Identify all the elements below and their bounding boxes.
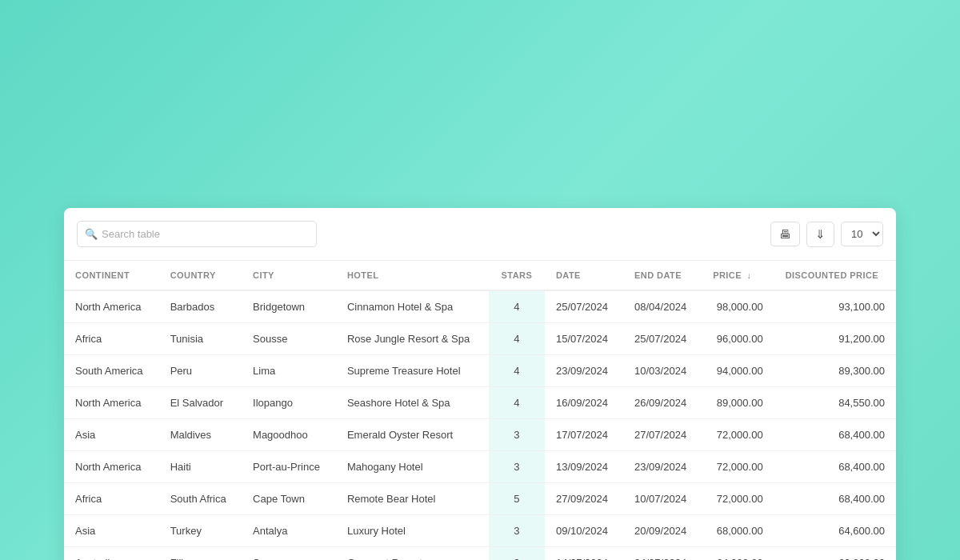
cell-stars: 3 — [489, 547, 545, 561]
cell-end_date: 26/09/2024 — [623, 387, 702, 419]
cell-stars: 4 — [489, 387, 545, 419]
download-button[interactable]: ⇓ — [806, 222, 834, 247]
cell-country: Haiti — [159, 451, 242, 483]
cell-discounted_price: 68,400.00 — [774, 451, 896, 483]
cell-date: 25/07/2024 — [545, 290, 623, 323]
cell-date: 23/09/2024 — [545, 355, 623, 387]
cell-end_date: 10/07/2024 — [623, 483, 702, 515]
cell-stars: 4 — [489, 323, 545, 355]
cell-end_date: 27/07/2024 — [623, 419, 702, 451]
cell-city: Bridgetown — [242, 290, 336, 323]
cell-date: 17/07/2024 — [545, 419, 623, 451]
cell-country: Turkey — [159, 515, 242, 547]
cell-hotel: Seashore Hotel & Spa — [336, 387, 489, 419]
cell-discounted_price: 64,600.00 — [774, 515, 896, 547]
table-row: North AmericaBarbadosBridgetownCinnamon … — [64, 290, 896, 323]
cell-end_date: 23/09/2024 — [623, 451, 702, 483]
cell-country: Peru — [159, 355, 242, 387]
data-table: CONTINENT COUNTRY CITY HOTEL STARS DATE … — [64, 261, 896, 560]
cell-end_date: 20/09/2024 — [623, 515, 702, 547]
cell-hotel: Cinnamon Hotel & Spa — [336, 290, 489, 323]
cell-price: 72,000.00 — [702, 451, 774, 483]
sort-desc-icon: ↓ — [746, 270, 751, 280]
print-icon: 🖶 — [779, 227, 791, 241]
cell-continent: South America — [64, 355, 159, 387]
cell-city: Magoodhoo — [242, 419, 336, 451]
cell-city: Suva — [242, 547, 336, 561]
toolbar-actions: 🖶 ⇓ 10 20 50 — [770, 222, 883, 247]
table-row: AustraliaFijiSuvaCrescent Resort314/07/2… — [64, 547, 896, 561]
cell-country: Fiji — [159, 547, 242, 561]
table-row: AsiaTurkeyAntalyaLuxury Hotel309/10/2024… — [64, 515, 896, 547]
cell-discounted_price: 84,550.00 — [774, 387, 896, 419]
cell-hotel: Mahogany Hotel — [336, 451, 489, 483]
cell-continent: North America — [64, 451, 159, 483]
rows-per-page-select[interactable]: 10 20 50 — [841, 222, 883, 246]
cell-date: 14/07/2024 — [545, 547, 623, 561]
table-row: North AmericaHaitiPort-au-PrinceMahogany… — [64, 451, 896, 483]
col-stars: STARS — [489, 261, 545, 290]
cell-end_date: 08/04/2024 — [623, 290, 702, 323]
cell-price: 72,000.00 — [702, 419, 774, 451]
table-row: North AmericaEl SalvadorIlopangoSeashore… — [64, 387, 896, 419]
cell-hotel: Emerald Oyster Resort — [336, 419, 489, 451]
cell-price: 96,000.00 — [702, 323, 774, 355]
cell-stars: 3 — [489, 419, 545, 451]
col-country: COUNTRY — [159, 261, 242, 290]
cell-stars: 4 — [489, 355, 545, 387]
cell-country: Maldives — [159, 419, 242, 451]
cell-city: Port-au-Prince — [242, 451, 336, 483]
cell-end_date: 10/03/2024 — [623, 355, 702, 387]
cell-discounted_price: 60,800.00 — [774, 547, 896, 561]
toolbar: 🔍 🖶 ⇓ 10 20 50 — [64, 208, 896, 261]
cell-discounted_price: 93,100.00 — [774, 290, 896, 323]
col-continent: CONTINENT — [64, 261, 159, 290]
cell-country: Barbados — [159, 290, 242, 323]
table-row: AfricaTunisiaSousseRose Jungle Resort & … — [64, 323, 896, 355]
cell-price: 68,000.00 — [702, 515, 774, 547]
cell-city: Antalya — [242, 515, 336, 547]
cell-date: 15/07/2024 — [545, 323, 623, 355]
cell-stars: 3 — [489, 451, 545, 483]
table-header-row: CONTINENT COUNTRY CITY HOTEL STARS DATE … — [64, 261, 896, 290]
cell-date: 13/09/2024 — [545, 451, 623, 483]
download-icon: ⇓ — [815, 227, 826, 242]
cell-city: Sousse — [242, 323, 336, 355]
cell-continent: Asia — [64, 419, 159, 451]
cell-stars: 4 — [489, 290, 545, 323]
col-discounted-price: DISCOUNTED PRICE — [774, 261, 896, 290]
cell-date: 09/10/2024 — [545, 515, 623, 547]
table-container: 🔍 🖶 ⇓ 10 20 50 CONTINENT COUNTRY CITY HO… — [64, 208, 896, 560]
cell-price: 72,000.00 — [702, 483, 774, 515]
cell-country: El Salvador — [159, 387, 242, 419]
cell-country: Tunisia — [159, 323, 242, 355]
cell-continent: North America — [64, 290, 159, 323]
cell-continent: Africa — [64, 323, 159, 355]
cell-country: South Africa — [159, 483, 242, 515]
cell-discounted_price: 68,400.00 — [774, 419, 896, 451]
cell-hotel: Rose Jungle Resort & Spa — [336, 323, 489, 355]
cell-stars: 3 — [489, 515, 545, 547]
cell-price: 94,000.00 — [702, 355, 774, 387]
cell-city: Ilopango — [242, 387, 336, 419]
search-input[interactable] — [77, 221, 317, 247]
table-row: AfricaSouth AfricaCape TownRemote Bear H… — [64, 483, 896, 515]
print-button[interactable]: 🖶 — [770, 222, 800, 246]
cell-discounted_price: 89,300.00 — [774, 355, 896, 387]
cell-price: 98,000.00 — [702, 290, 774, 323]
col-hotel: HOTEL — [336, 261, 489, 290]
cell-date: 27/09/2024 — [545, 483, 623, 515]
col-price[interactable]: PRICE ↓ — [702, 261, 774, 290]
cell-continent: North America — [64, 387, 159, 419]
cell-price: 64,000.00 — [702, 547, 774, 561]
cell-stars: 5 — [489, 483, 545, 515]
cell-discounted_price: 68,400.00 — [774, 483, 896, 515]
cell-continent: Australia — [64, 547, 159, 561]
cell-city: Cape Town — [242, 483, 336, 515]
table-row: South AmericaPeruLimaSupreme Treasure Ho… — [64, 355, 896, 387]
cell-continent: Asia — [64, 515, 159, 547]
cell-hotel: Remote Bear Hotel — [336, 483, 489, 515]
table-row: AsiaMaldivesMagoodhooEmerald Oyster Reso… — [64, 419, 896, 451]
cell-end_date: 24/07/2024 — [623, 547, 702, 561]
cell-hotel: Luxury Hotel — [336, 515, 489, 547]
